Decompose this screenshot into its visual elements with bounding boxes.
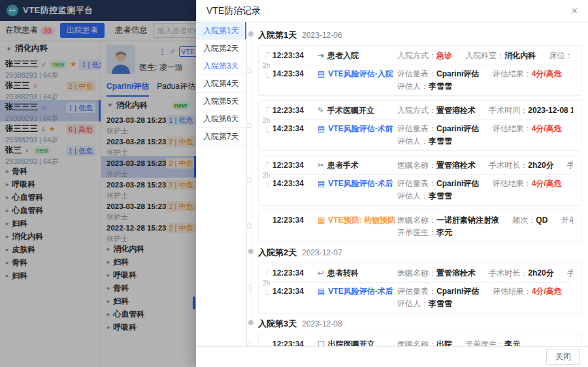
detail-item: 入院科室：消化内科 xyxy=(465,51,536,60)
event-title[interactable]: VTE风险评估-术后 xyxy=(328,178,393,189)
vte-record-drawer: VTE防治记录 × 入院第1天 入院第2天 入院第3天 入院第4天 入院第5天 … xyxy=(196,0,588,367)
close-icon[interactable]: × xyxy=(572,6,578,16)
timeline-event-row: 14:23:34 ▤ VTE风险评估-术后 评估量表：Cparini评估 评估结… xyxy=(267,286,573,310)
transfer-icon: ↩ xyxy=(318,268,324,279)
event-time: 14:23:34 xyxy=(267,286,318,297)
event-details: 入院方式：置管溶栓术 手术时间：2023-12-08 16:00:00 责任医生… xyxy=(397,105,573,116)
time-gap: 2h xyxy=(263,279,573,285)
detail-item: 评估人：李雪雪 xyxy=(397,82,452,91)
day-section-header: 入院第1天 2023-12-06 xyxy=(247,29,583,41)
edit-icon: ✎ xyxy=(318,105,324,116)
detail-item: 评估人：李雪雪 xyxy=(397,299,452,308)
detail-item: 手术时长：2h20分 xyxy=(489,161,553,170)
event-time: 14:23:34 xyxy=(267,69,318,80)
detail-item: 医嘱名称：出院 xyxy=(397,340,452,346)
day-menu-item[interactable]: 入院第7天 xyxy=(196,128,246,146)
detail-item: 评估结果：4分/高危 xyxy=(493,69,562,78)
day-section: 入院第2天 2023-12-07 12:23:34 ↩ 患者转科 医嘱名称：置管… xyxy=(247,247,583,313)
day-title: 入院第1天 xyxy=(258,29,297,41)
event-title: 患者手术 xyxy=(327,160,359,171)
gap-dash-line xyxy=(274,120,570,120)
day-menu-item[interactable]: 入院第4天 xyxy=(196,75,246,93)
timeline-event-row: 12:23:34 ✂ 患者手术 医嘱名称：置管溶栓术 手术时长：2h20分 手术… xyxy=(267,160,573,171)
timeline-event-row: 12:23:34 ☐ 出院医嘱开立 医嘱名称：出院 开单医生：李元 xyxy=(267,339,573,346)
day-date: 2023-12-08 xyxy=(302,319,342,328)
timeline-event-row: 12:23:34 ✎ 手术医嘱开立 入院方式：置管溶栓术 手术时间：2023-1… xyxy=(267,105,573,116)
timeline-event-row: 12:23:34 ▦ VTE预防: 药物预防 医嘱名称：一诺肝素钠注射液 频次：… xyxy=(267,215,573,238)
drawer-header: VTE防治记录 × xyxy=(196,0,588,22)
day-menu-item[interactable]: 入院第2天 xyxy=(196,40,246,57)
event-details: 评估量表：Cparini评估 评估结果：4分/高危 出血评估：无 评估人：李雪雪 xyxy=(397,123,573,147)
detail-item: 评估结果：4分/高危 xyxy=(493,124,562,133)
event-time: 12:23:34 xyxy=(267,50,318,61)
event-title: 患者转科 xyxy=(327,268,359,279)
event-details: 评估量表：Cparini评估 评估结果：4分/高危 出血评估：无 评估人：李雪雪 xyxy=(397,286,573,310)
event-title: 出院医嘱开立 xyxy=(328,339,375,346)
detail-item: 评估结果：4分/高危 xyxy=(493,287,562,296)
event-time: 12:23:34 xyxy=(267,268,318,279)
doc-icon: ▤ xyxy=(318,123,325,135)
event-title: VTE预防: 药物预防 xyxy=(328,215,395,226)
doc-icon: ▤ xyxy=(318,69,325,80)
day-date: 2023-12-07 xyxy=(302,248,342,257)
detail-item: 评估人：李雪雪 xyxy=(397,136,452,146)
timeline-card: 12:23:34 ↩ 患者转科 医嘱名称：置管溶栓术 手术时长：2h20分 手术… xyxy=(258,263,581,313)
admission-day-menu: 入院第1天 入院第2天 入院第3天 入院第4天 入院第5天 入院第6天 入院第7… xyxy=(196,22,247,346)
event-details: 医嘱名称：置管溶栓术 手术时长：2h20分 手术医生：张—— xyxy=(397,160,573,171)
detail-item: 评估人：李雪雪 xyxy=(397,191,452,200)
day-menu-item[interactable]: 入院第6天 xyxy=(196,110,246,128)
detail-item: 开单医生：李元 xyxy=(397,228,452,237)
event-title[interactable]: VTE风险评估-入院 xyxy=(328,69,393,80)
timeline-event-row: 12:23:34 ⇥ 患者入院 入院方式：急诊 入院科室：消化内科 床位：103… xyxy=(267,50,573,61)
gap-duration: 2h xyxy=(263,116,270,124)
event-time: 12:23:34 xyxy=(267,160,318,171)
time-gap: 2h xyxy=(263,172,573,178)
event-time: 12:23:34 xyxy=(267,215,318,226)
timeline-card: 12:23:34 ☐ 出院医嘱开立 医嘱名称：出院 开单医生：李元 xyxy=(258,334,581,346)
day-title: 入院第3天 xyxy=(258,318,297,330)
event-time: 14:23:34 xyxy=(267,123,318,135)
event-time: 12:23:34 xyxy=(267,105,318,116)
detail-item: 入院方式：急诊 xyxy=(397,51,452,60)
page: VTE防控监测平台 首页 风险患者 在院患者 99 出院患者 患者信息 科 ▼ … xyxy=(0,0,588,367)
pill-doc-icon: ▦ xyxy=(318,215,325,226)
detail-item: 医嘱名称：置管溶栓术 xyxy=(397,268,476,278)
detail-item: 床位：103床 xyxy=(549,51,573,60)
detail-item: 医嘱名称：一诺肝素钠注射液 xyxy=(397,215,499,225)
detail-item: 评估量表：Cparini评估 xyxy=(397,69,479,78)
day-menu-item[interactable]: 入院第3天 xyxy=(196,57,246,75)
timeline-event-row: 14:23:34 ▤ VTE风险评估-术后 评估量表：Cparini评估 评估结… xyxy=(267,178,573,202)
day-menu-item[interactable]: 入院第1天 xyxy=(196,22,246,40)
event-title[interactable]: VTE风险评估-术前 xyxy=(328,123,393,135)
event-details: 医嘱名称：置管溶栓术 手术时长：2h20分 手术医生：张—— xyxy=(397,268,573,279)
event-title[interactable]: VTE风险评估-术后 xyxy=(328,286,393,297)
timeline-card: 12:23:34 ✂ 患者手术 医嘱名称：置管溶栓术 手术时长：2h20分 手术… xyxy=(258,155,581,206)
gap-duration: 2h xyxy=(263,61,270,69)
gap-duration: 2h xyxy=(263,279,270,287)
drawer-footer: 关闭 xyxy=(196,346,588,367)
detail-item: 手术医生：张—— xyxy=(567,268,573,278)
detail-item: 评估量表：Cparini评估 xyxy=(397,179,479,188)
event-details: 医嘱名称：一诺肝素钠注射液 频次：QD 开单平台：VTE监控防治平台 开单医生：… xyxy=(397,215,573,238)
clipboard-icon: ☐ xyxy=(318,339,325,346)
day-section: 入院第3天 2023-12-08 12:23:34 ☐ 出院医嘱开立 医嘱名称：… xyxy=(247,318,583,346)
timeline-card: 12:23:34 ⇥ 患者入院 入院方式：急诊 入院科室：消化内科 床位：103… xyxy=(258,45,581,96)
detail-item: 手术时间：2023-12-08 16:00:00 xyxy=(489,106,573,115)
gap-dash-line xyxy=(274,174,570,175)
detail-item: 评估量表：Cparini评估 xyxy=(397,124,479,133)
timeline-card: 12:23:34 ✎ 手术医嘱开立 入院方式：置管溶栓术 手术时间：2023-1… xyxy=(258,100,581,151)
detail-item: 频次：QD xyxy=(512,215,547,225)
admit-icon: ⇥ xyxy=(318,50,324,61)
event-title: 患者入院 xyxy=(327,50,359,61)
day-section-header: 入院第3天 2023-12-08 xyxy=(247,318,583,330)
day-menu-item[interactable]: 入院第5天 xyxy=(196,93,246,110)
doc-icon: ▤ xyxy=(318,286,325,297)
day-date: 2023-12-06 xyxy=(302,31,342,40)
timeline-event-row: 14:23:34 ▤ VTE风险评估-入院 评估量表：Cparini评估 评估结… xyxy=(267,69,573,92)
close-button[interactable]: 关闭 xyxy=(546,349,580,365)
event-details: 医嘱名称：出院 开单医生：李元 xyxy=(397,339,573,346)
event-title: 手术医嘱开立 xyxy=(327,105,374,116)
gap-dash-line xyxy=(274,65,570,65)
event-time: 14:23:34 xyxy=(267,178,318,189)
drawer-title: VTE防治记录 xyxy=(206,5,261,17)
